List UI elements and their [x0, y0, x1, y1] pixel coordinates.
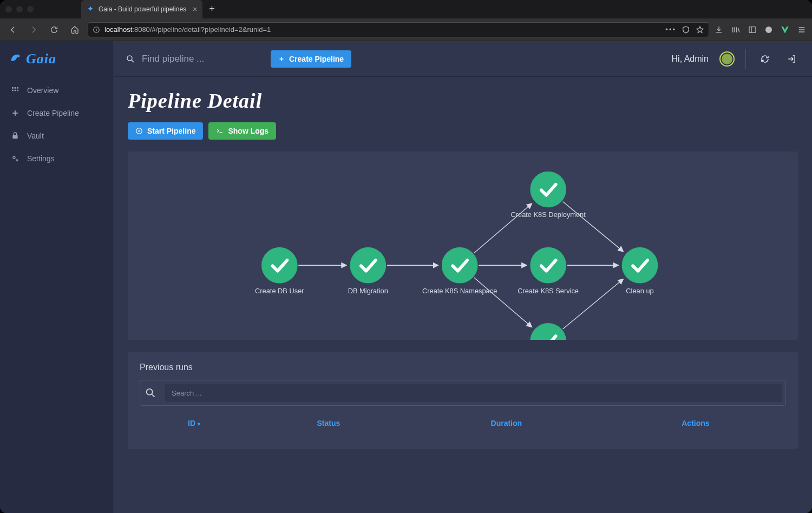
runs-search-input[interactable] — [165, 384, 782, 402]
button-label: Show Logs — [228, 127, 269, 135]
sidebar-item-label: Create Pipeline — [27, 109, 79, 117]
svg-point-16 — [147, 389, 153, 395]
shield-icon[interactable] — [682, 25, 690, 34]
browser-toolbar: localhost:8080/#/pipeline/detail?pipelin… — [0, 18, 812, 41]
url-text: localhost:8080/#/pipeline/detail?pipelin… — [104, 25, 271, 34]
reload-icon — [50, 25, 58, 34]
plus-icon — [278, 56, 285, 62]
pipeline-node-label: Clean up — [626, 287, 653, 295]
os-titlebar: Gaia - Build powerful pipelines × + — [0, 0, 812, 18]
close-tab-icon[interactable]: × — [193, 5, 197, 14]
pipeline-node-label: Create K8S Namespace — [422, 287, 497, 295]
runs-table: ID▼ Status Duration Actions — [140, 413, 786, 433]
library-icon[interactable] — [731, 25, 741, 34]
url-port: :8080 — [132, 25, 150, 34]
svg-rect-4 — [12, 135, 17, 139]
url-path: /#/pipeline/detail?pipelineid=2&runid=1 — [150, 25, 271, 34]
home-icon — [70, 25, 79, 34]
pipeline-node[interactable]: Create DB User — [255, 248, 304, 295]
forward-button[interactable] — [26, 22, 41, 37]
col-id[interactable]: ID▼ — [140, 413, 250, 433]
pipeline-graph[interactable]: Create DB UserDB MigrationCreate K8S Nam… — [128, 152, 798, 340]
back-button[interactable] — [5, 22, 21, 37]
browser-tab[interactable]: Gaia - Build powerful pipelines × — [81, 0, 202, 18]
star-icon[interactable] — [696, 25, 704, 34]
sidebar-item-label: Overview — [27, 86, 58, 95]
pipeline-edge — [563, 201, 624, 251]
traffic-close[interactable] — [5, 6, 12, 12]
sidebar-icon-toolbar[interactable] — [748, 25, 757, 34]
create-pipeline-button[interactable]: Create Pipeline — [271, 50, 351, 68]
logout-icon — [787, 54, 797, 64]
col-duration[interactable]: Duration — [408, 413, 605, 433]
page-title: Pipeline Detail — [128, 89, 798, 113]
svg-point-9 — [262, 248, 297, 283]
traffic-zoom[interactable] — [27, 6, 34, 12]
pipeline-node[interactable]: DB Migration — [348, 248, 388, 295]
button-label: Start Pipeline — [147, 127, 195, 135]
avatar[interactable] — [719, 51, 735, 67]
home-button[interactable] — [67, 22, 82, 37]
more-icon[interactable]: ••• — [665, 25, 676, 34]
pipeline-node[interactable]: Create K8S Deployment — [510, 172, 586, 219]
svg-rect-1 — [749, 27, 756, 32]
svg-point-13 — [531, 248, 566, 283]
svg-point-14 — [531, 324, 566, 340]
logout-button[interactable] — [784, 51, 800, 67]
tab-favicon — [87, 5, 94, 13]
runs-search — [140, 380, 786, 406]
sidebar-item-vault[interactable]: Vault — [0, 124, 113, 147]
app-header: Create Pipeline Hi, Admin — [114, 41, 812, 77]
new-tab-button[interactable]: + — [206, 2, 218, 16]
pipeline-node[interactable]: Create K8S Namespace — [422, 248, 497, 295]
refresh-icon — [760, 54, 770, 64]
window-controls[interactable] — [5, 6, 49, 12]
button-label: Create Pipeline — [289, 55, 344, 63]
svg-point-5 — [13, 156, 15, 159]
info-icon — [93, 26, 100, 34]
sort-desc-icon: ▼ — [197, 422, 201, 427]
pipeline-node-label: DB Migration — [348, 287, 388, 295]
divider — [745, 49, 746, 69]
gears-icon — [11, 154, 19, 163]
start-pipeline-button[interactable]: Start Pipeline — [128, 122, 203, 140]
col-actions[interactable]: Actions — [605, 413, 786, 433]
pipeline-node[interactable]: Clean up — [622, 248, 657, 295]
previous-runs-title: Previous runs — [140, 363, 786, 372]
url-bar[interactable]: localhost:8080/#/pipeline/detail?pipelin… — [88, 22, 709, 37]
arrow-right-icon — [29, 25, 38, 34]
svg-point-6 — [16, 160, 18, 161]
sidebar-item-create-pipeline[interactable]: Create Pipeline — [0, 102, 113, 124]
pipeline-node-label: Create DB User — [255, 287, 304, 295]
vue-icon[interactable] — [781, 25, 789, 34]
refresh-button[interactable] — [757, 51, 773, 67]
svg-point-2 — [765, 27, 772, 33]
svg-point-3 — [17, 55, 20, 58]
sidebar-item-overview[interactable]: Overview — [0, 79, 113, 102]
pipeline-node[interactable]: Create K8S Ingress — [518, 324, 579, 340]
lock-icon — [11, 131, 19, 140]
url-host: localhost — [104, 25, 132, 34]
download-icon[interactable] — [715, 25, 723, 34]
brand-logo-icon — [10, 53, 22, 65]
pipeline-node-label: Create K8S Deployment — [510, 211, 586, 219]
svg-point-7 — [127, 56, 132, 61]
svg-point-12 — [531, 172, 566, 207]
sidebar-item-settings[interactable]: Settings — [0, 147, 113, 170]
info-solid-icon[interactable] — [764, 25, 773, 34]
pipeline-node[interactable]: Create K8S Service — [518, 248, 579, 295]
svg-point-10 — [350, 248, 385, 283]
sidebar-item-label: Vault — [27, 131, 44, 140]
show-logs-button[interactable]: Show Logs — [208, 122, 276, 140]
terminal-icon — [216, 127, 224, 135]
reload-button[interactable] — [47, 22, 62, 37]
hamburger-icon[interactable] — [797, 25, 807, 34]
brand[interactable]: Gaia — [0, 41, 113, 77]
traffic-minimize[interactable] — [16, 6, 23, 12]
pipeline-graph-card: Create DB UserDB MigrationCreate K8S Nam… — [128, 152, 798, 340]
previous-runs-card: Previous runs ID▼ Status Duration — [128, 352, 798, 449]
search-input[interactable] — [142, 54, 261, 64]
tab-title: Gaia - Build powerful pipelines — [99, 5, 186, 13]
col-status[interactable]: Status — [250, 413, 408, 433]
grid-icon — [11, 86, 19, 95]
